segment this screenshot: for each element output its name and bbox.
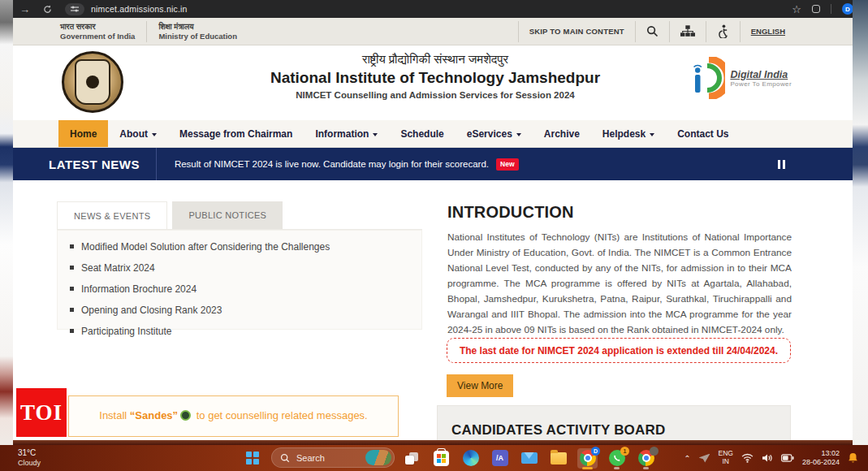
- candidates-activity-board: CANDIDATES ACTIVITY BOARD: [437, 405, 791, 445]
- microsoft-store-button[interactable]: [431, 448, 451, 469]
- task-view-button[interactable]: [402, 448, 422, 469]
- sandes-suffix: to get counselling related messages.: [193, 409, 368, 421]
- bullet-icon: [70, 308, 74, 312]
- skip-to-main-content-link[interactable]: SKIP TO MAIN CONTENT: [518, 21, 635, 42]
- system-tray: ⌃ ENG IN 13:02 28-06-2024: [684, 445, 858, 471]
- nav-message-from-chairman[interactable]: Message from Chairman: [168, 120, 304, 147]
- reload-icon[interactable]: [43, 0, 52, 18]
- chrome-profile-d-button[interactable]: D: [577, 448, 598, 469]
- file-explorer-icon: [551, 452, 567, 465]
- news-events-panel: Modified Model Solution after Considerin…: [57, 229, 422, 330]
- nav-schedule[interactable]: Schedule: [389, 120, 455, 147]
- tab-public-notices[interactable]: PUBLIC NOTICES: [172, 201, 283, 229]
- address-bar[interactable]: nimcet.admissions.nic.in: [91, 4, 188, 14]
- start-button[interactable]: [246, 452, 259, 465]
- tray-date: 28-06-2024: [802, 458, 840, 467]
- news-item[interactable]: Seat Matrix 2024: [70, 262, 422, 274]
- accessibility-button[interactable]: [706, 21, 740, 42]
- chrome-avatar-badge: [650, 447, 659, 456]
- new-badge: New: [496, 158, 518, 171]
- taskbar-search[interactable]: Search: [271, 447, 395, 468]
- nit-jamshedpur-logo: [62, 51, 123, 113]
- bookmark-star-icon[interactable]: ☆: [792, 3, 801, 15]
- browser-toolbar: → nimcet.admissions.nic.in ☆ D: [0, 0, 868, 18]
- pause-icon[interactable]: [778, 160, 785, 169]
- site-header: राष्ट्रीय प्रौद्योगिकी संस्थान जमशेदपुर …: [13, 45, 853, 120]
- digital-india-tagline: Power To Empower: [730, 80, 792, 88]
- search-icon: [280, 453, 290, 463]
- digital-india-mark-icon: [689, 57, 725, 99]
- chevron-down-icon: [152, 133, 157, 136]
- tray-plane-icon[interactable]: [699, 454, 710, 463]
- site-info-icon[interactable]: [65, 3, 84, 15]
- chevron-down-icon: [516, 133, 521, 136]
- weather-condition: Cloudy: [18, 459, 41, 468]
- search-placeholder: Search: [296, 453, 325, 463]
- screen: → nimcet.admissions.nic.in ☆ D भारत सरका…: [0, 0, 868, 471]
- institute-title-hindi: राष्ट्रीय प्रौद्योगिकी संस्थान जमशेदपुर: [192, 52, 679, 67]
- ministry-english-label: Ministry of Education: [158, 32, 237, 41]
- sitemap-button[interactable]: [669, 21, 706, 42]
- weather-widget[interactable]: 31°C Cloudy: [18, 448, 41, 468]
- photo-right-vignette: [853, 0, 868, 445]
- nav-helpdesk[interactable]: Helpdesk: [591, 120, 666, 147]
- search-highlight-image: [365, 450, 391, 465]
- chrome-profile-2-button[interactable]: [636, 448, 656, 469]
- introduction-heading: INTRODUCTION: [447, 203, 574, 222]
- view-more-button[interactable]: View More: [447, 374, 513, 397]
- ministry-block: शिक्षा मंत्रालय Ministry of Education: [146, 21, 248, 42]
- latest-news-ticker: LATEST NEWS Result of NIMCET 2024 is liv…: [0, 148, 853, 180]
- nav-home[interactable]: Home: [58, 120, 108, 147]
- task-view-icon: [405, 452, 419, 465]
- clock-widget[interactable]: 13:02 28-06-2024: [802, 449, 840, 468]
- introduction-paragraph: National Institutes of Technology (NITs)…: [447, 230, 792, 338]
- battery-icon[interactable]: [781, 454, 794, 462]
- activity-board-heading: CANDIDATES ACTIVITY BOARD: [451, 422, 665, 439]
- search-button[interactable]: [635, 21, 669, 42]
- extensions-icon[interactable]: [812, 5, 820, 13]
- photo-left-vignette: [0, 0, 13, 445]
- wifi-icon[interactable]: [741, 453, 754, 463]
- tab-news-events[interactable]: NEWS & EVENTS: [57, 201, 167, 229]
- news-item[interactable]: Participating Institute: [70, 326, 422, 337]
- nav-eservices[interactable]: eServices: [456, 120, 533, 147]
- bullet-icon: [70, 266, 74, 270]
- mail-icon: [521, 452, 538, 464]
- govt-english-label: Government of India: [60, 32, 135, 41]
- mail-button[interactable]: [519, 448, 539, 469]
- digital-india-logo: Digital India Power To Empower: [689, 57, 792, 99]
- volume-icon[interactable]: [762, 453, 773, 463]
- ministry-hindi-label: शिक्षा मंत्रालय: [158, 22, 237, 32]
- tray-chevron-up-icon[interactable]: ⌃: [684, 454, 690, 463]
- nav-archive[interactable]: Archive: [533, 120, 591, 147]
- sitemap-icon: [680, 25, 695, 37]
- main-navigation: Home About Message from Chairman Informa…: [13, 120, 853, 148]
- notification-bell-icon[interactable]: [848, 452, 858, 464]
- news-item[interactable]: Information Brochure 2024: [70, 283, 422, 295]
- toolbar-divider: [831, 4, 831, 14]
- bullet-icon: [70, 329, 74, 333]
- news-item[interactable]: Modified Model Solution after Considerin…: [70, 241, 422, 253]
- news-item[interactable]: Opening and Closing Rank 2023: [70, 305, 422, 316]
- forward-icon[interactable]: →: [19, 0, 30, 18]
- language-indicator[interactable]: ENG IN: [719, 450, 733, 466]
- app-a-button[interactable]: /A: [490, 448, 510, 469]
- edge-button[interactable]: [460, 448, 481, 469]
- nav-about[interactable]: About: [108, 120, 168, 147]
- govt-hindi-label: भारत सरकार: [60, 22, 135, 32]
- browser-profile-avatar[interactable]: D: [842, 3, 853, 15]
- file-explorer-button[interactable]: [548, 448, 568, 469]
- sandes-app-icon: [180, 410, 191, 421]
- whatsapp-button[interactable]: 1: [607, 448, 627, 469]
- nav-contact-us[interactable]: Contact Us: [666, 120, 740, 147]
- latest-news-label: LATEST NEWS: [49, 158, 140, 171]
- language-toggle[interactable]: ENGLISH: [740, 21, 796, 42]
- search-icon: [646, 25, 659, 37]
- weather-temp: 31°C: [18, 448, 41, 459]
- nav-information[interactable]: Information: [304, 120, 389, 147]
- chrome-profile-badge: D: [591, 447, 600, 456]
- ticker-message[interactable]: Result of NIMCET 2024 is live now. Candi…: [175, 159, 489, 169]
- accessibility-icon: [717, 24, 729, 38]
- edge-icon: [463, 450, 479, 466]
- sandes-install-note: Install “Sandes” to get counselling rela…: [68, 395, 399, 437]
